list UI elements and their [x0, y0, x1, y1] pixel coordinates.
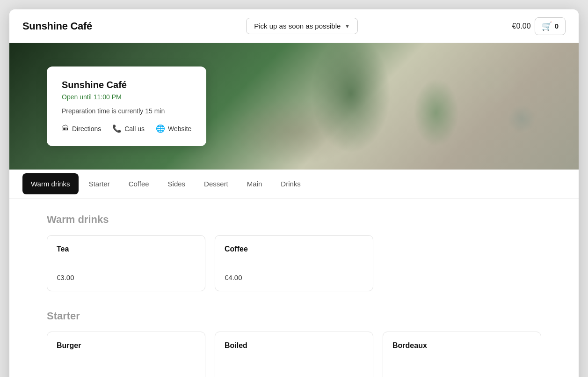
prep-time: Preparation time is currently 15 min	[62, 107, 191, 115]
item-price-tea: €3.00	[57, 274, 196, 281]
warm-drinks-grid: Tea €3.00 Coffee €4.00	[47, 235, 541, 291]
directions-label: Directions	[72, 125, 101, 133]
hero-banner: Sunshine Café Open until 11:00 PM Prepar…	[9, 43, 579, 170]
item-name-tea: Tea	[57, 245, 196, 253]
globe-icon: 🌐	[156, 124, 165, 133]
tab-drinks[interactable]: Drinks	[272, 173, 309, 194]
website-link[interactable]: 🌐 Website	[156, 124, 191, 133]
menu-tabs: Warm drinks Starter Coffee Sides Dessert…	[9, 170, 579, 199]
item-name-burger: Burger	[57, 341, 196, 350]
website-label: Website	[168, 125, 191, 133]
restaurant-name: Sunshine Café	[62, 80, 191, 90]
open-status: Open until 11:00 PM	[62, 93, 191, 101]
tab-main[interactable]: Main	[239, 173, 271, 194]
call-us-link[interactable]: 📞 Call us	[112, 124, 145, 133]
cart-icon: 🛒	[542, 21, 552, 31]
menu-item-tea[interactable]: Tea €3.00	[47, 235, 205, 291]
header: Sunshine Café Pick up as soon as possibl…	[9, 9, 579, 43]
tab-starter[interactable]: Starter	[80, 173, 118, 194]
menu-item-boiled[interactable]: Boiled	[215, 332, 373, 377]
info-links: 🏛 Directions 📞 Call us 🌐 Website	[62, 124, 191, 133]
item-name-boiled: Boiled	[225, 341, 363, 350]
cart-area: €0.00 🛒 0	[512, 17, 566, 35]
pickup-label: Pick up as soon as possible	[254, 22, 341, 30]
chevron-down-icon: ▼	[344, 23, 350, 30]
cart-price: €0.00	[512, 22, 531, 30]
tab-sides[interactable]: Sides	[160, 173, 194, 194]
item-name-coffee: Coffee	[225, 245, 363, 253]
menu-item-coffee[interactable]: Coffee €4.00	[215, 235, 373, 291]
warm-drinks-section: Warm drinks Tea €3.00 Coffee €4.00	[47, 214, 541, 291]
tab-dessert[interactable]: Dessert	[196, 173, 237, 194]
app-window: Sunshine Café Pick up as soon as possibl…	[9, 9, 579, 377]
menu-item-burger[interactable]: Burger	[47, 332, 205, 377]
cart-count: 0	[555, 22, 559, 30]
tab-warm-drinks[interactable]: Warm drinks	[22, 173, 79, 194]
call-us-label: Call us	[124, 125, 145, 133]
starter-section: Starter Burger Boiled Bordeaux	[47, 310, 541, 377]
item-price-coffee: €4.00	[225, 274, 363, 281]
starter-heading: Starter	[47, 310, 541, 322]
pickup-selector[interactable]: Pick up as soon as possible ▼	[246, 18, 358, 34]
restaurant-info-card: Sunshine Café Open until 11:00 PM Prepar…	[47, 67, 206, 146]
tab-coffee[interactable]: Coffee	[120, 173, 158, 194]
warm-drinks-heading: Warm drinks	[47, 214, 541, 226]
cafe-title: Sunshine Café	[22, 20, 92, 32]
menu-item-bordeaux[interactable]: Bordeaux	[383, 332, 541, 377]
cart-button[interactable]: 🛒 0	[535, 17, 566, 35]
directions-link[interactable]: 🏛 Directions	[62, 125, 101, 133]
main-content: Warm drinks Tea €3.00 Coffee €4.00 Start…	[9, 199, 579, 377]
starter-grid: Burger Boiled Bordeaux	[47, 332, 541, 377]
item-name-bordeaux: Bordeaux	[392, 341, 531, 350]
phone-icon: 📞	[112, 124, 122, 133]
directions-icon: 🏛	[62, 125, 69, 133]
